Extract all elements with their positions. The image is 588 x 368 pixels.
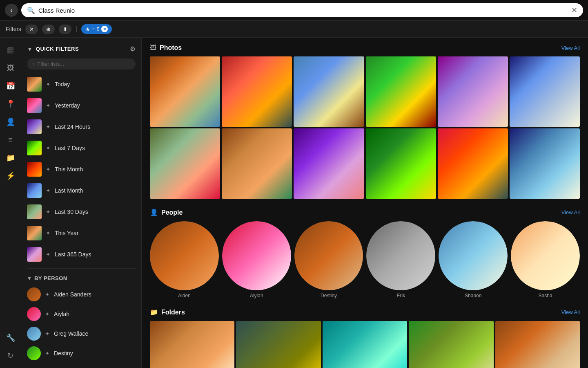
this-year-thumb	[27, 226, 42, 240]
this-year-star-icon: ✦	[46, 230, 51, 236]
search-bar: ‹ 🔍 ✕	[0, 0, 588, 21]
photo-grid	[150, 56, 580, 199]
erik-circle-ph	[366, 221, 435, 290]
aiylah-name: Aiylah	[54, 311, 69, 317]
sidebar-item-this-year[interactable]: ✦ This Year	[21, 222, 141, 244]
last7-star-icon: ✦	[46, 145, 51, 151]
people-section-header: 👤 People View All	[150, 209, 580, 216]
quick-filters-header: ▼ QUICK FILTERS ⚙	[21, 42, 141, 56]
filters-label: Filters	[6, 26, 21, 32]
sidebar-item-last7[interactable]: ✦ Last 7 Days	[21, 137, 141, 159]
search-input[interactable]	[38, 7, 568, 14]
link-icon: ⊕	[46, 26, 51, 32]
person-item-destiny[interactable]: ✦ Destiny	[21, 343, 141, 363]
greg-name: Greg Wallace	[54, 330, 88, 337]
nav-settings-button[interactable]: 🔧	[2, 330, 19, 346]
last24-label: Last 24 Hours	[55, 123, 90, 130]
aiden-card-name: Aiden	[178, 293, 191, 298]
destiny-star-icon: ✦	[45, 350, 50, 357]
photo-cell-2[interactable]	[222, 56, 292, 127]
filter-close-chip[interactable]: ✕	[25, 25, 38, 34]
aiylah-avatar	[27, 307, 41, 321]
back-button[interactable]: ‹	[5, 4, 18, 17]
last7-thumb	[27, 141, 42, 155]
person-item-greg[interactable]: ✦ Greg Wallace	[21, 324, 141, 343]
last-month-thumb	[27, 183, 42, 198]
people-view-all-button[interactable]: View All	[561, 209, 580, 215]
nav-smart-button[interactable]: ⚡	[2, 168, 19, 184]
last30-label: Last 30 Days	[55, 209, 88, 215]
filter-funnel-icon: ▼	[27, 46, 33, 52]
this-month-thumb	[27, 162, 42, 177]
star-chip-close[interactable]: ✕	[101, 26, 108, 32]
sidebar-item-last365[interactable]: ✦ Last 365 Days	[21, 244, 141, 265]
person-item-aiylah[interactable]: ✦ Aiylah	[21, 304, 141, 324]
sidebar-item-yesterday[interactable]: ✦ Yesterday	[21, 95, 141, 116]
yesterday-star-icon: ✦	[46, 102, 51, 109]
people-icon: 👤	[150, 209, 158, 216]
photo-cell-8[interactable]	[222, 128, 292, 199]
search-clear-button[interactable]: ✕	[571, 6, 577, 15]
sidebar-item-last-month[interactable]: ✦ Last Month	[21, 180, 141, 201]
filter-arrow-chip[interactable]: ⬆	[59, 25, 71, 34]
sidebar-item-this-month[interactable]: ✦ This Month	[21, 159, 141, 180]
folder-cell-3[interactable]	[323, 321, 407, 368]
aiden-circle	[150, 221, 219, 290]
quick-filters-gear-button[interactable]: ⚙	[130, 45, 136, 53]
nav-calendar-button[interactable]: 📅	[2, 78, 19, 94]
photo-cell-5[interactable]	[438, 56, 508, 127]
folder-cell-5[interactable]	[495, 321, 580, 368]
today-star-icon: ✦	[46, 81, 51, 88]
last24-star-icon: ✦	[46, 123, 51, 130]
person-card-aiden[interactable]: Aiden	[150, 221, 219, 298]
filter-link-chip[interactable]: ⊕	[42, 25, 55, 34]
folder-cell-2[interactable]	[236, 321, 321, 368]
last-month-label: Last Month	[55, 187, 83, 194]
person-card-erik[interactable]: Erik	[366, 221, 435, 298]
nav-person-button[interactable]: 👤	[2, 114, 19, 130]
filter-list-input-wrapper[interactable]: ≡ Filter lists...	[27, 58, 136, 70]
by-person-header[interactable]: ▼ BY PERSON	[21, 272, 141, 285]
folder-cell-1[interactable]	[150, 321, 234, 368]
folder-cell-4[interactable]	[409, 321, 493, 368]
last24-thumb	[27, 119, 42, 134]
filter-bar: Filters ✕ ⊕ ⬆ | ★ = 5 ✕	[0, 21, 588, 38]
person-item-aiden[interactable]: ✦ Aiden Sanders	[21, 285, 141, 304]
sidebar-item-last30[interactable]: ✦ Last 30 Days	[21, 201, 141, 222]
star-rating-chip[interactable]: ★ = 5 ✕	[81, 24, 111, 34]
sidebar-item-today[interactable]: ✦ Today	[21, 74, 141, 95]
photo-cell-9[interactable]	[294, 128, 364, 199]
nav-list-button[interactable]: ≡	[2, 132, 19, 148]
photo-cell-7[interactable]	[150, 128, 220, 199]
photos-view-all-button[interactable]: View All	[561, 45, 580, 51]
last365-thumb	[27, 247, 42, 262]
sasha-circle-ph	[511, 221, 580, 290]
last365-star-icon: ✦	[46, 251, 51, 258]
photo-cell-3[interactable]	[294, 56, 364, 127]
nav-refresh-button[interactable]: ↻	[2, 348, 19, 364]
icon-nav: ▦ 🖼 📅 📍 👤 ≡ 📁 ⚡ 🔧 ↻	[0, 38, 21, 368]
nav-location-button[interactable]: 📍	[2, 96, 19, 112]
nav-grid-button[interactable]: ▦	[2, 42, 19, 58]
quick-filters-title: QUICK FILTERS	[36, 46, 79, 52]
photo-cell-12[interactable]	[510, 128, 580, 199]
people-title: People	[161, 209, 183, 216]
nav-photo-button[interactable]: 🖼	[2, 60, 19, 76]
person-card-sasha[interactable]: Sasha	[511, 221, 580, 298]
photo-cell-1[interactable]	[150, 56, 220, 127]
search-icon: 🔍	[27, 7, 35, 14]
person-card-shanon[interactable]: Shanon	[439, 221, 508, 298]
aiden-star-icon: ✦	[45, 291, 50, 298]
folders-view-all-button[interactable]: View All	[561, 309, 580, 315]
photo-cell-4[interactable]	[366, 56, 436, 127]
person-card-destiny[interactable]: Destiny	[294, 221, 363, 298]
photo-cell-11[interactable]	[438, 128, 508, 199]
nav-folder-button[interactable]: 📁	[2, 150, 19, 166]
destiny-avatar	[27, 346, 41, 360]
greg-star-icon: ✦	[45, 330, 50, 337]
shanon-circle	[439, 221, 508, 290]
sidebar-item-last24[interactable]: ✦ Last 24 Hours	[21, 116, 141, 137]
photo-cell-6[interactable]	[510, 56, 580, 127]
person-card-aiylah[interactable]: Aiylah	[222, 221, 291, 298]
photo-cell-10[interactable]	[366, 128, 436, 199]
